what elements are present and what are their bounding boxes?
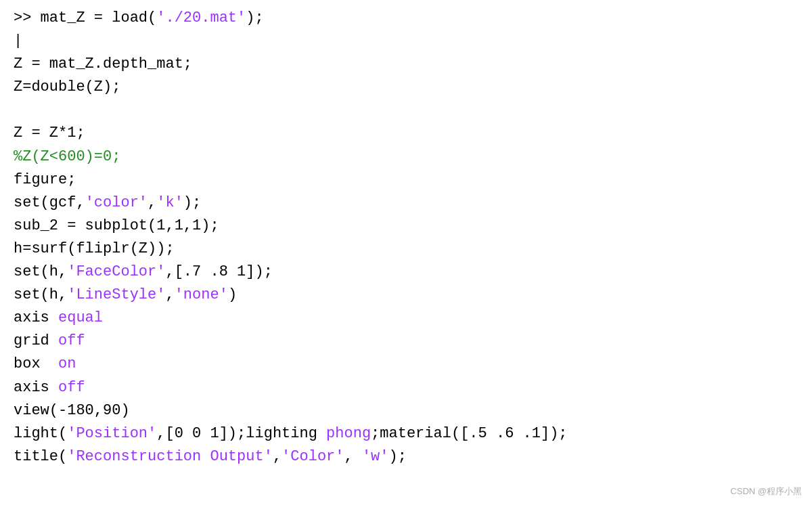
code-token: , bbox=[148, 194, 156, 211]
watermark: CSDN @程序小黑 bbox=[730, 485, 802, 498]
code-token: set(h, bbox=[14, 263, 67, 280]
code-line bbox=[14, 99, 798, 122]
code-token: 'Color' bbox=[281, 448, 344, 465]
code-line: axis off bbox=[14, 376, 798, 399]
code-token: 'color' bbox=[85, 194, 148, 211]
code-line: >> mat_Z = load('./20.mat'); bbox=[14, 7, 798, 30]
code-line: | bbox=[14, 30, 798, 53]
code-line: %Z(Z<600)=0; bbox=[14, 146, 798, 169]
code-token: 'Reconstruction Output' bbox=[67, 448, 273, 465]
code-token: , bbox=[273, 448, 281, 465]
code-token: set(h, bbox=[14, 286, 67, 303]
code-token: set(gcf, bbox=[14, 194, 85, 211]
code-token: ); bbox=[183, 194, 201, 211]
code-line: set(gcf,'color','k'); bbox=[14, 192, 798, 215]
code-token: axis bbox=[14, 309, 58, 326]
code-line: Z = Z*1; bbox=[14, 122, 798, 145]
code-token: 'k' bbox=[156, 194, 183, 211]
code-line: Z = mat_Z.depth_mat; bbox=[14, 53, 798, 76]
code-line: title('Reconstruction Output','Color', '… bbox=[14, 445, 798, 468]
code-token: 'FaceColor' bbox=[67, 263, 165, 280]
code-token: ) bbox=[228, 286, 237, 303]
code-token: ,[.7 .8 1]); bbox=[165, 263, 272, 280]
code-line: figure; bbox=[14, 169, 798, 192]
code-line: grid off bbox=[14, 330, 798, 353]
code-token: , bbox=[165, 286, 174, 303]
code-line: view(-180,90) bbox=[14, 399, 798, 422]
code-token: grid bbox=[14, 332, 58, 349]
code-token: phong bbox=[326, 425, 371, 442]
code-token: off bbox=[58, 379, 85, 396]
code-token: 'none' bbox=[175, 286, 228, 303]
code-line: sub_2 = subplot(1,1,1); bbox=[14, 215, 798, 238]
code-token: on bbox=[58, 355, 76, 372]
code-token: 'w' bbox=[362, 448, 389, 465]
code-token: box bbox=[14, 355, 58, 372]
code-line: Z=double(Z); bbox=[14, 76, 798, 99]
code-token: off bbox=[58, 332, 85, 349]
code-token: , bbox=[344, 448, 362, 465]
code-token: './20.mat' bbox=[156, 9, 246, 26]
code-line: set(h,'FaceColor',[.7 .8 1]); bbox=[14, 261, 798, 284]
code-token: ); bbox=[389, 448, 407, 465]
code-token: 'Position' bbox=[67, 425, 156, 442]
code-block: >> mat_Z = load('./20.mat');|Z = mat_Z.d… bbox=[14, 7, 798, 468]
code-line: axis equal bbox=[14, 307, 798, 330]
code-line: box on bbox=[14, 353, 798, 376]
code-line: set(h,'LineStyle','none') bbox=[14, 284, 798, 307]
code-token: ,[0 0 1]);lighting bbox=[156, 425, 326, 442]
code-container: >> mat_Z = load('./20.mat');|Z = mat_Z.d… bbox=[0, 0, 812, 505]
code-token: title( bbox=[14, 448, 67, 465]
code-token: ;material([.5 .6 .1]); bbox=[371, 425, 567, 442]
code-token: equal bbox=[58, 309, 103, 326]
code-token: light( bbox=[14, 425, 67, 442]
code-line: light('Position',[0 0 1]);lighting phong… bbox=[14, 422, 798, 445]
code-token: ); bbox=[246, 9, 263, 26]
code-token: >> mat_Z = load( bbox=[14, 9, 156, 26]
code-token: axis bbox=[14, 379, 58, 396]
code-token: 'LineStyle' bbox=[67, 286, 165, 303]
code-line: h=surf(fliplr(Z)); bbox=[14, 238, 798, 261]
